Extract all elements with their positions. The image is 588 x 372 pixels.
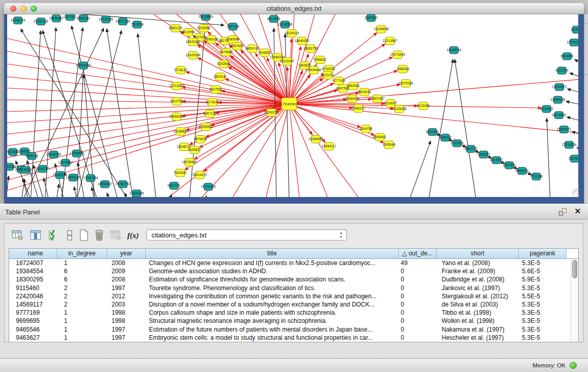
graph-node[interactable]: 16671355 bbox=[116, 18, 130, 25]
network-graph-canvas[interactable]: 2405572420691406106552871527602846616010… bbox=[7, 14, 578, 197]
graph-node[interactable]: 16033809 bbox=[199, 14, 213, 20]
graph-node[interactable]: 1549758 bbox=[359, 125, 373, 133]
close-panel-icon[interactable]: ✕ bbox=[574, 207, 581, 216]
graph-node[interactable]: 17359928 bbox=[70, 150, 84, 157]
graph-node[interactable]: 8186328 bbox=[205, 36, 218, 43]
graph-node[interactable]: 19218586 bbox=[278, 21, 293, 28]
graph-node[interactable]: 15751074 bbox=[567, 39, 578, 46]
function-builder-icon[interactable]: f(x) bbox=[126, 229, 140, 242]
window-titlebar[interactable]: citations_edges.txt bbox=[4, 3, 584, 14]
table-vertical-scrollbar[interactable] bbox=[571, 259, 578, 342]
table-selector-dropdown[interactable]: citations_edges.txt ▲▼ bbox=[146, 229, 347, 240]
graph-node[interactable]: 3624534 bbox=[358, 89, 371, 96]
graph-node[interactable]: 12505135 bbox=[66, 174, 81, 181]
window-resize-grip[interactable] bbox=[572, 188, 580, 196]
select-all-columns-icon[interactable] bbox=[47, 229, 60, 242]
graph-node[interactable]: 8215953 bbox=[540, 105, 553, 113]
graph-node[interactable]: 9170042 bbox=[206, 99, 219, 106]
graph-node[interactable]: 12213967 bbox=[383, 37, 398, 45]
graph-node[interactable]: 8267130 bbox=[203, 110, 216, 118]
column-header-out_de[interactable]: △ out_de... bbox=[399, 249, 437, 258]
graph-node[interactable]: 1167535 bbox=[569, 155, 578, 162]
graph-node[interactable]: 2718120 bbox=[174, 67, 187, 74]
graph-node[interactable]: 19384554 bbox=[309, 136, 323, 143]
unselect-all-columns-icon[interactable] bbox=[63, 229, 76, 242]
graph-node[interactable]: 12975887 bbox=[58, 159, 73, 166]
graph-node[interactable]: 7702346 bbox=[530, 173, 543, 180]
graph-node[interactable]: 11645194 bbox=[53, 171, 68, 179]
graph-node[interactable]: 16782753 bbox=[116, 181, 130, 188]
column-header-title[interactable]: title bbox=[146, 249, 399, 258]
column-header-name[interactable]: name bbox=[14, 249, 57, 258]
graph-node[interactable]: 8678334 bbox=[194, 136, 207, 143]
graph-node[interactable]: 1267415 bbox=[503, 162, 516, 169]
graph-node[interactable]: 8427552 bbox=[209, 86, 223, 94]
graph-node[interactable]: 1621072 bbox=[321, 72, 334, 79]
table-row[interactable]: 946554611997Estimation of the future num… bbox=[9, 325, 578, 334]
graph-node[interactable]: 12444158 bbox=[551, 96, 565, 103]
table-row[interactable]: 2242004622012Investigating the contribut… bbox=[9, 292, 578, 300]
graph-node[interactable]: 2087682 bbox=[364, 14, 378, 21]
graph-node[interactable]: 7857224 bbox=[226, 23, 239, 30]
table-row[interactable]: 946362711997Embryonic stem cells: a mode… bbox=[9, 334, 578, 342]
graph-node[interactable]: 6791931 bbox=[426, 128, 439, 136]
graph-node[interactable]: 17957254 bbox=[83, 174, 98, 182]
graph-node[interactable]: 7986372 bbox=[352, 105, 365, 113]
graph-node[interactable]: 9329966 bbox=[560, 53, 574, 60]
graph-node[interactable]: 1710305 bbox=[450, 140, 464, 147]
graph-node[interactable]: 5905135 bbox=[25, 152, 38, 160]
graph-node[interactable]: 12323445 bbox=[129, 190, 144, 197]
table-row[interactable]: 1456911722003Disruption of a novel membe… bbox=[9, 300, 578, 309]
table-row[interactable]: 911546021997Tourette syndrome. Phenomeno… bbox=[9, 284, 578, 292]
graph-node[interactable]: 7955812 bbox=[313, 56, 326, 64]
graph-node[interactable]: 7485063 bbox=[396, 65, 409, 73]
show-column-icon[interactable] bbox=[29, 229, 42, 242]
column-header-short[interactable]: short bbox=[437, 249, 519, 258]
graph-node[interactable]: 20691406 bbox=[34, 18, 49, 25]
column-header-year[interactable]: year bbox=[107, 249, 146, 258]
graph-node[interactable]: 9475685 bbox=[220, 49, 233, 56]
graph-node[interactable]: 2226058 bbox=[197, 25, 210, 32]
table-row[interactable]: 1872400712008Changes of HCN gene express… bbox=[9, 259, 578, 267]
graph-node[interactable]: 8860123 bbox=[169, 25, 182, 32]
float-panel-icon[interactable] bbox=[559, 208, 567, 215]
graph-node[interactable]: 1092457 bbox=[477, 151, 490, 158]
graph-node[interactable]: 1449822 bbox=[188, 146, 201, 154]
delete-column-icon[interactable] bbox=[93, 229, 106, 242]
graph-node[interactable]: 9777169 bbox=[332, 77, 345, 85]
graph-hub-node[interactable]: 17240007 bbox=[280, 98, 298, 110]
graph-node[interactable]: 10719155 bbox=[99, 16, 114, 23]
graph-node[interactable]: 12093872 bbox=[552, 83, 567, 91]
graph-node[interactable]: 7625402 bbox=[173, 169, 187, 177]
graph-node[interactable]: 21053346 bbox=[76, 62, 91, 69]
graph-node[interactable]: 19654945 bbox=[169, 113, 184, 121]
graph-node[interactable]: 17016504 bbox=[562, 141, 577, 148]
graph-node[interactable]: 18640910 bbox=[295, 37, 310, 45]
graph-node[interactable]: 9146821 bbox=[258, 49, 271, 57]
graph-node[interactable]: 1695948 bbox=[382, 141, 396, 149]
graph-node[interactable]: 16958187 bbox=[98, 181, 113, 188]
graph-node[interactable]: 2367608 bbox=[230, 42, 244, 50]
column-header-in_degree[interactable]: in_degree bbox=[57, 249, 107, 258]
graph-node[interactable]: 9457791 bbox=[167, 182, 181, 189]
graph-node[interactable]: 18914479 bbox=[192, 171, 207, 179]
graph-node[interactable]: 20364436 bbox=[345, 95, 360, 103]
scrollbar-thumb[interactable] bbox=[572, 260, 577, 278]
graph-node[interactable]: 16148784 bbox=[447, 47, 462, 54]
graph-node[interactable]: 10973493 bbox=[390, 51, 405, 59]
graph-node[interactable]: 14325419 bbox=[285, 30, 299, 37]
table-row[interactable]: 1938455462009Genome-wide association stu… bbox=[9, 267, 578, 275]
table-row[interactable]: 969969511998Structural magnetic resonanc… bbox=[9, 317, 578, 325]
new-column-icon[interactable] bbox=[77, 229, 91, 242]
graph-node[interactable]: 19166827 bbox=[173, 128, 188, 136]
graph-node[interactable]: 7462666 bbox=[346, 82, 360, 90]
graph-node[interactable]: 2803144 bbox=[213, 73, 227, 81]
graph-node[interactable]: 1810754 bbox=[170, 98, 183, 105]
graph-node[interactable]: 7513054 bbox=[130, 21, 144, 28]
table-row[interactable]: 1830029562008Estimation of significance … bbox=[9, 275, 578, 283]
graph-node[interactable]: 1115488 bbox=[571, 26, 578, 33]
column-header-pagerank[interactable]: pagerank bbox=[519, 249, 567, 258]
graph-node[interactable]: 9450218 bbox=[515, 167, 529, 174]
graph-node[interactable]: 1527602 bbox=[63, 14, 77, 20]
table-mode-icon[interactable] bbox=[11, 229, 24, 242]
